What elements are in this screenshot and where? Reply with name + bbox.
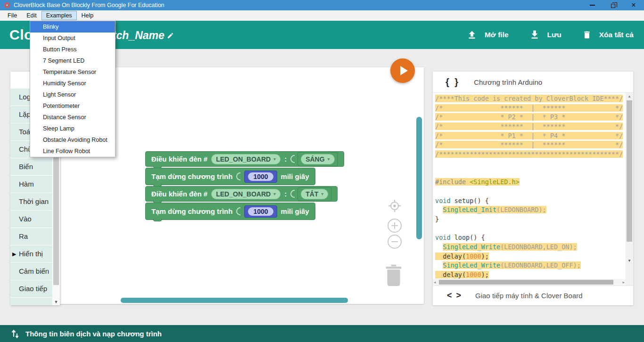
menu-item-sleep-lamp[interactable]: Sleep Lamp [30,123,115,134]
input-socket [236,207,240,215]
toolbox-category-sensors[interactable]: Cảm biến [10,263,52,280]
toolbox-category-variables[interactable]: Biến [10,158,52,175]
zoom-out-button[interactable] [387,234,402,251]
block-number-value[interactable]: 1000 [244,205,277,218]
scroll-left-arrow-icon[interactable]: ◂ [434,280,436,285]
minimize-icon [590,5,595,6]
menu-file[interactable]: File [3,11,22,20]
toolbox-category-communication[interactable]: Giao tiếp [10,280,52,297]
menu-edit[interactable]: Edit [22,11,41,20]
menu-item-potentiometer[interactable]: Potentiometer [30,100,115,112]
scroll-down-arrow-icon[interactable]: ▼ [626,259,633,263]
menu-item-temperature-sensor[interactable]: Temperature Sensor [30,66,115,78]
led-state-dropdown[interactable]: SÁNG ▾ [301,154,334,164]
block-led-state-value[interactable]: TẮT ▾ [297,187,331,201]
input-socket [236,172,240,180]
code-horizontal-scrollbar[interactable]: ◂ ▸ [433,279,626,285]
code-braces-icon: { } [446,77,460,88]
toolbox-category-time[interactable]: Thời gian [10,193,52,210]
dropdown-value: LED_ON_BOARD [216,155,271,163]
restore-icon [611,4,615,8]
upload-download-icon [10,328,20,339]
compile-status-bar[interactable]: Thông tin biên dịch và nạp chương trình [0,325,644,342]
arduino-code-panel: { } Chương trình Arduino /****This code … [433,72,633,305]
save-label: Lưu [547,31,561,39]
toolbox-category-clipped[interactable] [10,298,52,305]
menu-item-distance-sensor[interactable]: Distance Sensor [30,112,115,123]
menu-examples[interactable]: Examples [41,11,77,20]
category-label: Ra [19,232,28,240]
toolbox-category-functions[interactable]: Hàm [10,176,52,193]
menu-help[interactable]: Help [77,11,99,20]
dropdown-value: SÁNG [305,155,324,163]
center-view-button[interactable] [388,199,402,215]
close-icon: × [631,1,636,9]
serial-monitor-bar[interactable]: < > Giao tiếp máy tính & Clover Board [433,285,633,305]
clear-all-label: Xóa tất cả [599,31,634,39]
menu-item-light-sensor[interactable]: Light Sensor [30,89,115,100]
menu-item-button-press[interactable]: Button Press [30,44,115,55]
category-label: Hiển thị [19,250,43,258]
run-program-button[interactable] [390,58,415,83]
selected-category-arrow-icon: ▶ [12,245,16,262]
code-line [435,187,626,196]
code-panel-title: Chương trình Arduino [474,78,542,86]
block-number-value[interactable]: 1000 [244,171,277,183]
menu-item-humidity-sensor[interactable]: Humidity Sensor [30,78,115,89]
code-line: /* ****** | ****** */ [435,104,626,113]
workspace-horizontal-scrollbar[interactable] [121,298,348,303]
code-line: /* ****** | ****** */ [435,140,626,150]
category-label: Lặp [19,110,31,118]
menu-item-input-output[interactable]: Input Output [30,33,115,44]
scroll-up-arrow-icon[interactable]: ▲ [626,94,633,98]
menu-item-obstacle-avoiding-robot[interactable]: Obstacle Avoiding Robot [30,134,115,146]
code-line: delay(1000); [435,270,626,279]
code-line: } [435,215,626,224]
header-actions: Mở file Lưu Xóa tất cả [467,21,634,49]
clear-all-button[interactable]: Xóa tất cả [582,30,634,40]
toolbox-category-input[interactable]: Vào [10,211,52,228]
workspace-trash-icon[interactable] [383,262,404,289]
code-vertical-scrollbar[interactable]: ▲ ▼ [626,93,633,285]
trash-icon [582,30,592,40]
code-vscroll-thumb[interactable] [627,100,632,242]
scroll-right-arrow-icon[interactable]: ▸ [622,280,625,285]
led-select-dropdown[interactable]: LED_ON_BOARD ▾ [211,189,281,199]
block-led-control-1[interactable]: Điều khiển đèn # LED_ON_BOARD ▾ : SÁNG ▾ [145,151,344,167]
window-title: CloverBlock Base On Blockly From Google … [14,2,165,8]
menu-item-blinky[interactable]: Blinky [30,21,115,33]
code-hscroll-thumb[interactable] [439,280,613,285]
code-panel-header: { } Chương trình Arduino [433,72,633,93]
number-field[interactable]: 1000 [248,207,273,216]
code-line: /****This code is created by CloverBlock… [435,94,626,104]
arduino-code-view[interactable]: /****This code is created by CloverBlock… [433,93,626,279]
menu-item-line-follow-robot[interactable]: Line Follow Robot [30,146,115,157]
block-led-control-2[interactable]: Điều khiển đèn # LED_ON_BOARD ▾ : TẮT ▾ [145,186,338,202]
menu-item-7-segment-led[interactable]: 7 Segment LED [30,55,115,66]
edit-pencil-icon[interactable] [167,32,174,39]
number-field[interactable]: 1000 [248,172,273,181]
block-delay-1[interactable]: Tạm dừng chương trình 1000 mili giây [145,168,315,185]
save-button[interactable]: Lưu [529,30,561,40]
minimize-button[interactable] [582,0,603,10]
close-button[interactable]: × [623,0,644,10]
block-led-state-value[interactable]: SÁNG ▾ [297,152,338,166]
workspace-vertical-scrollbar[interactable] [416,117,422,239]
block-label: : [284,190,287,198]
led-select-dropdown[interactable]: LED_ON_BOARD ▾ [211,154,281,164]
toolbox-scrollbar-thumb[interactable] [53,137,59,285]
block-delay-2[interactable]: Tạm dừng chương trình 1000 mili giây [145,203,315,220]
toolbox-category-output[interactable]: Ra [10,228,52,245]
code-line [435,169,626,178]
open-file-label: Mở file [485,31,509,39]
led-state-dropdown[interactable]: TẮT ▾ [301,189,328,199]
restore-button[interactable] [603,0,623,10]
zoom-in-button[interactable] [387,218,402,235]
block-label: mili giây [281,172,309,180]
block-label: Điều khiển đèn # [151,155,207,163]
block-label: : [284,155,287,163]
code-line [435,224,626,234]
open-file-button[interactable]: Mở file [467,30,509,40]
toolbox-category-display[interactable]: ▶Hiển thị [10,245,52,262]
scroll-down-arrow-icon[interactable]: ▼ [52,300,60,304]
